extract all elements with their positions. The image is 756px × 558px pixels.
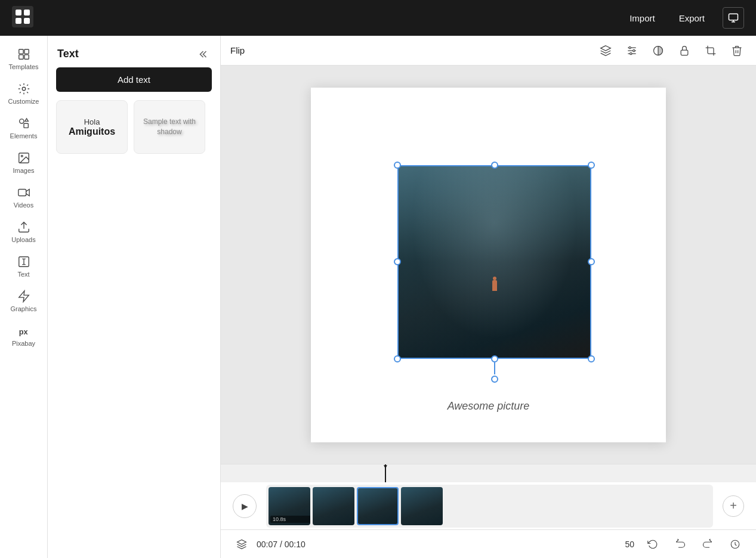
text-templates-grid: Hola Amiguitos Sample text withshadow bbox=[48, 100, 220, 154]
handle-middle-left[interactable] bbox=[394, 258, 401, 265]
clip-duration-label: 10.8s bbox=[270, 516, 310, 523]
text-template-amiguitos[interactable]: Hola Amiguitos bbox=[56, 100, 128, 154]
svg-point-22 bbox=[629, 46, 631, 48]
sidebar-item-customize[interactable]: Customize bbox=[0, 76, 47, 111]
sidebar-item-templates-label: Templates bbox=[8, 63, 38, 70]
canvas-caption[interactable]: Awesome picture bbox=[448, 400, 530, 413]
canvas-image bbox=[397, 165, 591, 359]
sidebar-item-pixabay[interactable]: px Pixabay bbox=[0, 318, 47, 353]
canvas-page: Awesome picture bbox=[311, 88, 666, 442]
template-shadow-text: Sample text withshadow bbox=[143, 117, 196, 137]
svg-rect-15 bbox=[18, 190, 26, 196]
svg-point-10 bbox=[22, 87, 26, 91]
add-text-button[interactable]: Add text bbox=[56, 67, 212, 92]
canvas-toolbar: Flip bbox=[221, 36, 756, 66]
timeline-clips: 10.8s bbox=[266, 485, 713, 528]
rotation-handle-line bbox=[494, 362, 495, 374]
play-button[interactable]: ▶ bbox=[233, 494, 257, 518]
timeline-area: ▶ 10.8s bbox=[221, 464, 756, 529]
lock-button[interactable] bbox=[675, 41, 694, 60]
handle-bottom-middle[interactable] bbox=[491, 355, 498, 362]
handle-top-left[interactable] bbox=[394, 162, 401, 169]
text-panel-header: Text bbox=[48, 36, 220, 67]
sidebar-item-customize-label: Customize bbox=[8, 98, 39, 105]
layers-button[interactable] bbox=[596, 41, 615, 60]
sidebar-item-elements[interactable]: Elements bbox=[0, 111, 47, 145]
flip-label: Flip bbox=[230, 45, 245, 55]
text-template-shadow[interactable]: Sample text withshadow bbox=[134, 100, 205, 154]
sidebar-item-images-label: Images bbox=[13, 167, 34, 174]
timeline-clip-4[interactable] bbox=[401, 487, 443, 525]
sidebar-item-templates[interactable]: Templates bbox=[0, 42, 47, 76]
svg-point-23 bbox=[633, 49, 635, 51]
svg-point-11 bbox=[19, 119, 23, 123]
template-amiguitos-text: Amiguitos bbox=[69, 126, 115, 137]
add-clip-button[interactable]: + bbox=[723, 495, 744, 517]
svg-rect-9 bbox=[24, 55, 28, 59]
crop-button[interactable] bbox=[701, 41, 720, 60]
sidebar-item-videos[interactable]: Videos bbox=[0, 180, 47, 215]
sidebar-item-text[interactable]: Text bbox=[0, 249, 47, 284]
clip-bg-1: 10.8s bbox=[269, 487, 310, 525]
rotation-handle[interactable] bbox=[491, 376, 498, 383]
sidebar-item-videos-label: Videos bbox=[14, 202, 33, 209]
clip-bg-3 bbox=[358, 488, 397, 524]
delete-button[interactable] bbox=[727, 41, 746, 60]
handle-top-right[interactable] bbox=[588, 162, 595, 169]
collapse-panel-button[interactable] bbox=[199, 48, 211, 60]
undo-button[interactable] bbox=[671, 535, 689, 553]
svg-text:px: px bbox=[18, 327, 28, 336]
status-bar: 00:07 / 00:10 50 bbox=[221, 529, 756, 558]
svg-rect-7 bbox=[24, 49, 28, 54]
svg-rect-26 bbox=[681, 50, 688, 55]
sidebar-item-pixabay-label: Pixabay bbox=[12, 340, 35, 347]
sidebar-item-uploads-label: Uploads bbox=[11, 236, 35, 243]
export-button[interactable]: Export bbox=[673, 10, 711, 27]
timeline-controls: ▶ 10.8s bbox=[221, 482, 756, 529]
svg-rect-4 bbox=[24, 18, 30, 24]
handle-bottom-left[interactable] bbox=[394, 355, 401, 362]
sidebar-item-uploads[interactable]: Uploads bbox=[0, 215, 47, 249]
handle-bottom-right[interactable] bbox=[588, 355, 595, 362]
timeline-clip-2[interactable] bbox=[313, 487, 354, 525]
timeline-clip-3[interactable] bbox=[357, 487, 399, 525]
svg-point-24 bbox=[630, 52, 632, 54]
adjust-button[interactable] bbox=[622, 41, 641, 60]
canvas-viewport[interactable]: Awesome picture bbox=[221, 66, 756, 464]
svg-rect-12 bbox=[24, 123, 28, 128]
selected-image-element[interactable] bbox=[397, 165, 591, 359]
preview-button[interactable] bbox=[723, 7, 744, 29]
timeline-clip-1[interactable]: 10.8s bbox=[269, 487, 310, 525]
timeline-scrubber[interactable] bbox=[221, 464, 756, 482]
main-area: Templates Customize Elements Images bbox=[0, 36, 756, 558]
redo-button[interactable] bbox=[699, 535, 717, 553]
layers-status-button[interactable] bbox=[233, 535, 251, 553]
svg-rect-0 bbox=[12, 6, 33, 27]
text-panel: Text Add text Hola Amiguitos Sample text… bbox=[48, 36, 221, 558]
logo[interactable] bbox=[12, 6, 33, 30]
zoom-level: 50 bbox=[625, 540, 634, 549]
sidebar-icons: Templates Customize Elements Images bbox=[0, 36, 48, 558]
sidebar-item-graphics-label: Graphics bbox=[10, 305, 36, 312]
sidebar-item-text-label: Text bbox=[17, 271, 29, 278]
canvas-toolbar-right bbox=[596, 41, 746, 60]
canvas-toolbar-left: Flip bbox=[230, 45, 245, 55]
svg-rect-1 bbox=[16, 10, 21, 16]
time-display: 00:07 / 00:10 bbox=[257, 540, 306, 549]
svg-rect-5 bbox=[729, 14, 738, 20]
sidebar-item-images[interactable]: Images bbox=[0, 145, 47, 180]
canvas-area: Flip bbox=[221, 36, 756, 558]
handle-middle-right[interactable] bbox=[588, 258, 595, 265]
status-left: 00:07 / 00:10 bbox=[233, 535, 306, 553]
history-button[interactable] bbox=[726, 535, 744, 553]
import-button[interactable]: Import bbox=[624, 10, 661, 27]
refresh-button[interactable] bbox=[644, 535, 662, 553]
header-right: Import Export bbox=[624, 7, 744, 29]
svg-rect-8 bbox=[18, 55, 23, 59]
scrubber-needle bbox=[385, 464, 386, 482]
sidebar-item-elements-label: Elements bbox=[10, 132, 38, 140]
sidebar-item-graphics[interactable]: Graphics bbox=[0, 284, 47, 318]
clip-bg-2 bbox=[313, 487, 354, 525]
contrast-button[interactable] bbox=[649, 41, 668, 60]
handle-top-middle[interactable] bbox=[491, 162, 498, 169]
